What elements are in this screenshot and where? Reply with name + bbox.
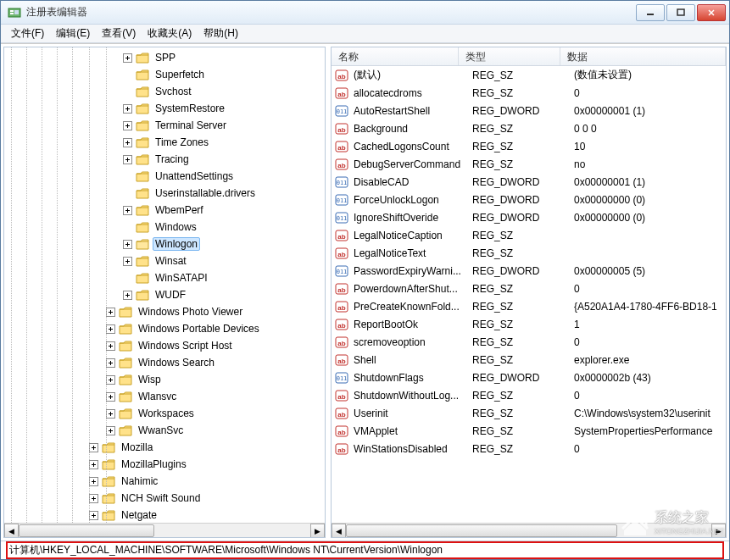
- menu-view[interactable]: 查看(V): [97, 25, 141, 42]
- close-button[interactable]: [697, 4, 726, 21]
- tree-item[interactable]: Terminal Server: [4, 117, 325, 134]
- expand-toggle-icon[interactable]: [106, 375, 115, 385]
- scroll-left-button[interactable]: ◀: [4, 524, 19, 538]
- value-row[interactable]: abDebugServerCommandREG_SZno: [332, 155, 726, 173]
- value-row[interactable]: 011PasswordExpiryWarni...REG_DWORD0x0000…: [332, 262, 726, 280]
- expand-toggle-icon[interactable]: [106, 409, 115, 419]
- value-row[interactable]: abUserinitREG_SZC:\Windows\system32\user…: [332, 404, 726, 422]
- value-row[interactable]: abShellREG_SZexplorer.exe: [332, 351, 726, 369]
- expand-toggle-icon[interactable]: [106, 426, 115, 435]
- value-row[interactable]: abPreCreateKnownFold...REG_SZ{A520A1A4-1…: [332, 297, 726, 315]
- value-list[interactable]: ab(默认)REG_SZ(数值未设置)aballocatecdromsREG_S…: [332, 66, 726, 523]
- value-row[interactable]: abCachedLogonsCountREG_SZ10: [332, 137, 726, 155]
- value-row[interactable]: 011DisableCADREG_DWORD0x00000001 (1): [332, 173, 726, 191]
- tree-item[interactable]: MozillaPlugins: [4, 456, 325, 473]
- list-hscroll[interactable]: ◀ ▶: [332, 523, 726, 537]
- tree-item[interactable]: WUDF: [4, 286, 325, 303]
- tree-item[interactable]: WinSATAPI: [4, 269, 325, 286]
- list-hscroll-thumb[interactable]: [346, 524, 617, 537]
- value-row[interactable]: 011ForceUnlockLogonREG_DWORD0x00000000 (…: [332, 191, 726, 208]
- value-row[interactable]: ab(默认)REG_SZ(数值未设置): [332, 66, 726, 84]
- value-row[interactable]: 011ShutdownFlagsREG_DWORD0x0000002b (43): [332, 369, 726, 386]
- expand-toggle-icon[interactable]: [89, 511, 98, 520]
- tree-hscroll[interactable]: ◀ ▶: [4, 523, 325, 537]
- menu-help[interactable]: 帮助(H): [198, 25, 243, 42]
- value-row[interactable]: abLegalNoticeTextREG_SZ: [332, 244, 726, 262]
- tree-item[interactable]: WbemPerf: [4, 202, 325, 219]
- expand-toggle-icon[interactable]: [106, 358, 115, 368]
- value-row[interactable]: abLegalNoticeCaptionREG_SZ: [332, 226, 726, 244]
- value-data: 0x00000005 (5): [574, 265, 726, 277]
- string-value-icon: ab: [335, 335, 348, 349]
- column-header-data[interactable]: 数据: [560, 47, 726, 65]
- tree-hscroll-thumb[interactable]: [19, 524, 154, 537]
- tree-item[interactable]: Mozilla: [4, 439, 325, 456]
- expand-toggle-icon[interactable]: [106, 308, 115, 317]
- menu-file[interactable]: 文件(F): [6, 25, 49, 42]
- tree-item[interactable]: Superfetch: [4, 66, 325, 83]
- maximize-button[interactable]: [666, 4, 695, 21]
- tree-item[interactable]: Netgate: [4, 507, 325, 523]
- expand-toggle-icon[interactable]: [123, 138, 132, 147]
- tree-item[interactable]: Windows Photo Viewer: [4, 303, 325, 320]
- value-row[interactable]: 011AutoRestartShellREG_DWORD0x00000001 (…: [332, 102, 726, 119]
- expand-toggle-icon[interactable]: [123, 240, 132, 249]
- menu-edit[interactable]: 编辑(E): [51, 25, 95, 42]
- expand-toggle-icon[interactable]: [89, 477, 98, 486]
- minimize-button[interactable]: [636, 4, 665, 21]
- value-data: 0: [574, 390, 726, 402]
- column-header-name[interactable]: 名称: [332, 47, 459, 65]
- tree-item[interactable]: Time Zones: [4, 134, 325, 151]
- expand-toggle-icon[interactable]: [89, 443, 98, 452]
- scroll-right-button[interactable]: ▶: [711, 524, 726, 538]
- tree-item[interactable]: Winsat: [4, 252, 325, 269]
- tree-item[interactable]: WwanSvc: [4, 422, 325, 439]
- value-row[interactable]: abPowerdownAfterShut...REG_SZ0: [332, 280, 726, 297]
- tree-item[interactable]: Winlogon: [4, 236, 325, 252]
- expand-toggle-icon[interactable]: [123, 206, 132, 215]
- expand-toggle-icon[interactable]: [123, 104, 132, 114]
- tree-item[interactable]: NCH Swift Sound: [4, 490, 325, 507]
- tree-item[interactable]: SystemRestore: [4, 100, 325, 117]
- expand-toggle-icon[interactable]: [89, 494, 98, 503]
- tree-item[interactable]: Wisp: [4, 371, 325, 388]
- value-row[interactable]: abVMAppletREG_SZSystemPropertiesPerforma…: [332, 422, 726, 440]
- expand-toggle-icon[interactable]: [123, 257, 132, 266]
- tree-item[interactable]: Wlansvc: [4, 388, 325, 405]
- value-row[interactable]: abShutdownWithoutLog...REG_SZ0: [332, 386, 726, 404]
- tree-item[interactable]: SPP: [4, 49, 325, 66]
- scroll-left-button[interactable]: ◀: [332, 524, 346, 538]
- value-row[interactable]: abWinStationsDisabledREG_SZ0: [332, 440, 726, 457]
- titlebar[interactable]: 注册表编辑器: [1, 1, 729, 25]
- expand-toggle-icon[interactable]: [106, 341, 115, 351]
- tree-item[interactable]: Userinstallable.drivers: [4, 185, 325, 202]
- expand-toggle-icon[interactable]: [89, 460, 98, 469]
- tree-item[interactable]: Nahimic: [4, 473, 325, 490]
- expand-toggle-icon[interactable]: [123, 53, 132, 63]
- value-row[interactable]: 011IgnoreShiftOverideREG_DWORD0x00000000…: [332, 208, 726, 226]
- tree-item[interactable]: Windows: [4, 219, 325, 236]
- expand-toggle-icon[interactable]: [123, 291, 132, 300]
- value-row[interactable]: abBackgroundREG_SZ0 0 0: [332, 119, 726, 137]
- scroll-right-button[interactable]: ▶: [310, 524, 325, 538]
- value-name: scremoveoption: [354, 336, 472, 348]
- menu-fav[interactable]: 收藏夹(A): [142, 25, 197, 42]
- expand-toggle-icon[interactable]: [106, 392, 115, 402]
- binary-value-icon: 011: [335, 193, 348, 207]
- tree-item[interactable]: Tracing: [4, 151, 325, 168]
- registry-tree[interactable]: SPP Superfetch Svchost SystemRestore Ter…: [4, 47, 325, 523]
- tree-item[interactable]: Windows Script Host: [4, 337, 325, 354]
- tree-item[interactable]: Workspaces: [4, 405, 325, 422]
- tree-item[interactable]: Svchost: [4, 83, 325, 100]
- expand-toggle-icon[interactable]: [123, 155, 132, 164]
- column-header-type[interactable]: 类型: [459, 47, 560, 65]
- tree-item[interactable]: UnattendSettings: [4, 168, 325, 185]
- value-row[interactable]: abReportBootOkREG_SZ1: [332, 315, 726, 333]
- value-row[interactable]: aballocatecdromsREG_SZ0: [332, 84, 726, 102]
- tree-item[interactable]: Windows Portable Devices: [4, 320, 325, 337]
- expand-toggle-icon[interactable]: [123, 121, 132, 130]
- folder-icon: [136, 171, 149, 182]
- expand-toggle-icon[interactable]: [106, 324, 115, 334]
- value-row[interactable]: abscremoveoptionREG_SZ0: [332, 333, 726, 351]
- tree-item[interactable]: Windows Search: [4, 354, 325, 371]
